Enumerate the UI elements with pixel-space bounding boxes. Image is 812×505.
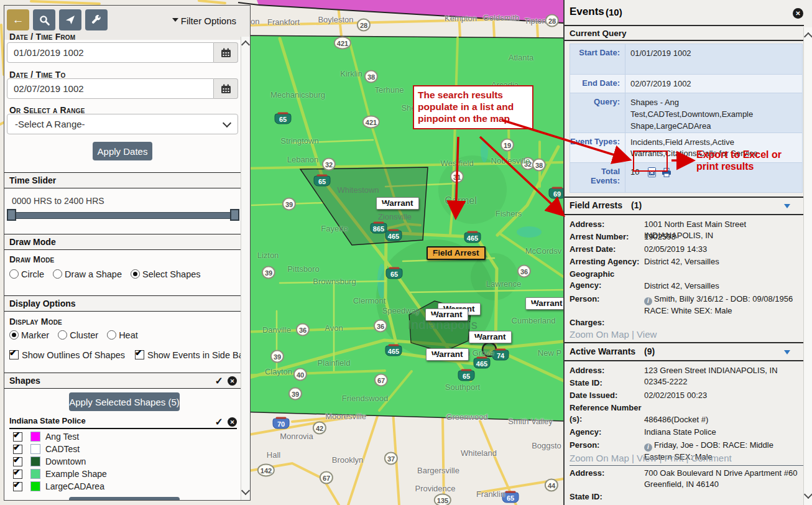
display-heat-option[interactable]: Heat (107, 330, 138, 340)
checkbox-checked-icon[interactable] (13, 470, 22, 479)
info-icon[interactable] (644, 297, 652, 305)
time-slider-handle-start[interactable] (7, 209, 16, 221)
field-arrests-header[interactable]: Field Arrests (1) (565, 198, 805, 213)
search-button[interactable] (33, 9, 55, 30)
comment-link[interactable]: Comment (683, 453, 731, 463)
select-all-shapes-icon[interactable] (215, 375, 223, 387)
town-label: Brownsburg (313, 277, 356, 286)
scroll-up-icon[interactable] (241, 40, 250, 49)
shape-row-cadtest[interactable]: CADTest (13, 443, 80, 455)
time-slider[interactable] (7, 209, 239, 221)
checkbox-checked-icon[interactable] (13, 457, 22, 466)
town-label: Hall (267, 450, 280, 460)
option-label: Show Outlines Of Shapes (22, 350, 125, 360)
warrant-marker[interactable]: Warrant (425, 308, 468, 321)
radio-icon[interactable] (53, 269, 62, 279)
calendar-icon (221, 84, 231, 94)
checkbox-checked-icon[interactable] (13, 482, 22, 491)
shape-label: Ang Test (45, 432, 79, 442)
interstate-shield: 65 (275, 114, 292, 124)
checkbox-checked-icon[interactable] (13, 432, 22, 442)
query-row-label: End Date: (570, 75, 625, 93)
draw-mode-label: Draw Mode (9, 254, 54, 264)
date-to-calendar-button[interactable] (214, 78, 238, 99)
town-label: Atlanta (509, 53, 533, 62)
radio-icon[interactable] (107, 330, 116, 340)
show-outlines-checkbox[interactable]: Show Outlines Of Shapes (9, 350, 125, 360)
active-warrants-header[interactable]: Active Warrants (9) (565, 344, 805, 359)
print-link[interactable]: Print (657, 453, 683, 463)
draw-mode-select-shapes-option[interactable]: Select Shapes (131, 269, 201, 279)
view-link[interactable]: View (629, 329, 657, 340)
warrant-marker[interactable]: Warrant (376, 197, 419, 210)
warrant-marker[interactable]: Warrant (525, 297, 563, 310)
zoom-on-map-link[interactable]: Zoom On Map (570, 329, 629, 340)
shape-label: LargeCADArea (45, 481, 104, 491)
collapse-triangle-icon[interactable] (784, 350, 790, 358)
clear-shapes-icon[interactable] (228, 376, 237, 386)
detail-value (644, 378, 803, 389)
checkbox-checked-icon[interactable] (9, 350, 19, 359)
scroll-up-icon[interactable] (804, 32, 812, 41)
detail-value: 700 Oak Boulevard N Drive Apartment #60 … (644, 468, 803, 490)
back-button[interactable] (7, 9, 29, 30)
town-label: Lizton (257, 251, 279, 260)
detail-value: 1902593 (644, 231, 803, 243)
print-icon[interactable] (662, 168, 671, 177)
time-slider-range-text: 0000 HRS to 2400 HRS (12, 196, 104, 206)
town-label: Boyleston (318, 15, 353, 24)
radio-selected-icon[interactable] (9, 330, 19, 340)
display-cluster-option[interactable]: Cluster (58, 330, 98, 340)
right-panel-scrollbar[interactable] (803, 27, 812, 505)
town-label: Mechanicsburg (270, 90, 325, 100)
shape-row-large-cad-area[interactable]: LargeCADArea (13, 480, 104, 493)
warrant-marker[interactable]: Warrant (426, 348, 469, 361)
back-arrow-icon (12, 13, 24, 27)
draw-mode-circle-option[interactable]: Circle (9, 269, 44, 279)
time-slider-track[interactable] (12, 212, 234, 219)
scroll-down-icon[interactable] (804, 490, 812, 499)
left-panel-scrollbar[interactable] (241, 37, 250, 500)
checkbox-checked-icon[interactable] (13, 445, 22, 454)
excel-export-icon[interactable] (648, 167, 656, 177)
scroll-down-icon[interactable] (241, 486, 250, 495)
detail-label: Address: (570, 468, 644, 490)
checkbox-checked-icon[interactable] (135, 350, 144, 359)
date-from-input[interactable] (7, 42, 214, 63)
close-icon[interactable] (793, 8, 803, 19)
draw-mode-draw-shape-option[interactable]: Draw a Shape (53, 269, 122, 279)
locate-button[interactable] (59, 9, 81, 30)
collapse-triangle-icon[interactable] (784, 204, 790, 211)
display-marker-option[interactable]: Marker (9, 330, 49, 340)
zoom-on-map-link[interactable]: Zoom On Map (570, 453, 629, 463)
interstate-shield: 865 (371, 223, 387, 234)
town-label: Mooresville (325, 412, 366, 421)
query-row: Event Types: Incidents,Field Arrests,Act… (570, 132, 802, 162)
info-icon[interactable] (644, 443, 652, 452)
shape-row-downtown[interactable]: Downtown (13, 455, 86, 468)
date-to-input[interactable] (7, 78, 214, 99)
tools-button[interactable] (85, 9, 108, 30)
shape-color-swatch (30, 432, 40, 442)
radio-icon[interactable] (58, 330, 67, 340)
detail-label: Reference Number (s): (570, 402, 644, 425)
time-slider-handle-end[interactable] (230, 209, 239, 221)
current-query-title: Current Query (570, 29, 627, 38)
detail-label: Agency: (570, 427, 644, 438)
warrant-marker[interactable]: Warrant (469, 331, 512, 343)
filter-options-toggle[interactable]: Filter Options (172, 16, 236, 26)
clear-group-icon[interactable] (228, 417, 237, 427)
field-arrest-marker[interactable]: Field Arrest (427, 246, 486, 260)
apply-dates-button[interactable]: Apply Dates (93, 142, 152, 160)
radio-selected-icon[interactable] (131, 269, 140, 279)
view-link[interactable]: View (629, 453, 657, 463)
show-events-sidebar-checkbox[interactable]: Show Events in Side Bar (135, 350, 247, 360)
select-group-icon[interactable] (215, 416, 223, 428)
range-select[interactable]: -Select A Range- (7, 114, 238, 134)
radio-icon[interactable] (9, 269, 19, 279)
partial-bottom-button[interactable] (69, 497, 180, 501)
shape-row-ang-test[interactable]: Ang Test (13, 430, 79, 443)
apply-selected-shapes-button[interactable]: Apply Selected Shapes (5) (69, 392, 180, 411)
shape-row-example-shape[interactable]: Example Shape (13, 468, 107, 480)
date-from-calendar-button[interactable] (214, 42, 238, 63)
